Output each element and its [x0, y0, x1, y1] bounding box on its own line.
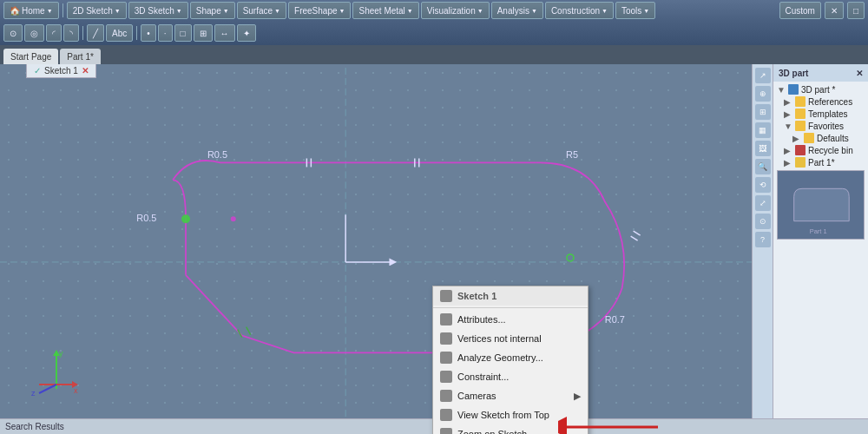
right-panel-content: ▼ 3D part * ▶ References ▶ Templates [773, 82, 868, 434]
svg-point-7 [181, 214, 190, 223]
tool-line[interactable]: ╱ [87, 24, 104, 42]
viewtop-icon [440, 409, 452, 421]
toolbar-row2: ⊙ ◎ ◜ ◝ ╱ Abc • · □ ⊞ ↔ ✦ [0, 21, 868, 45]
search-results-label: Search Results [5, 422, 64, 431]
tool-circle[interactable]: ⊙ [3, 24, 23, 42]
home-btn[interactable]: 🏠 Home ▼ [3, 2, 59, 19]
tree-references[interactable]: ▶ References [775, 95, 866, 108]
menu-constraint[interactable]: Constraint... [433, 367, 588, 386]
side-tool-9[interactable]: ⊙ [755, 214, 771, 229]
expand-defaults: ▶ [792, 134, 801, 143]
red-arrow-indicator [558, 414, 662, 434]
expand-recyclebin: ▶ [784, 146, 792, 155]
tool-arc[interactable]: ◜ [46, 24, 62, 42]
icon-recyclebin [795, 145, 806, 155]
custom-btn[interactable]: Custom [779, 2, 821, 19]
menu-header: Sketch 1 [433, 286, 588, 306]
tabbar: Start Page Part 1* [0, 45, 868, 64]
tree-recyclebin[interactable]: ▶ Recycle bin [775, 144, 866, 156]
sep1 [62, 3, 63, 17]
expand-3dpart: ▼ [777, 85, 786, 95]
tool-snap[interactable]: ⊞ [194, 24, 213, 42]
surface-btn[interactable]: Surface ▼ [237, 2, 286, 19]
label-references: References [808, 97, 852, 107]
tree-part1[interactable]: ▶ Part 1* [775, 156, 866, 168]
tools-btn[interactable]: Tools ▼ [615, 2, 655, 19]
expand-favorites: ▼ [784, 122, 792, 131]
tree-defaults[interactable]: ▶ Defaults [775, 132, 866, 144]
sheetmetal-btn[interactable]: Sheet Metal ▼ [352, 2, 418, 19]
construction-btn[interactable]: Construction ▼ [545, 2, 614, 19]
sketch-icon [440, 290, 452, 302]
cameras-icon [440, 390, 452, 402]
side-tool-1[interactable]: ↗ [755, 68, 771, 83]
tab-startpage[interactable]: Start Page [3, 49, 58, 64]
tool-dot[interactable]: • [141, 24, 156, 42]
svg-text:Part 1: Part 1 [810, 227, 827, 235]
right-panel-close[interactable]: ✕ [856, 69, 863, 78]
toolbar-row1: 🏠 Home ▼ 2D Sketch ▼ 3D Sketch ▼ Shape ▼… [0, 0, 868, 21]
vertices-icon [440, 332, 452, 345]
tool-rect[interactable]: □ [174, 24, 192, 42]
toolbar: 🏠 Home ▼ 2D Sketch ▼ 3D Sketch ▼ Shape ▼… [0, 0, 868, 45]
menu-title: Sketch 1 [457, 291, 496, 301]
label-recyclebin: Recycle bin [808, 146, 853, 155]
menu-analyze[interactable]: Analyze Geometry... [433, 348, 588, 367]
right-panel-header: 3D part ✕ [773, 64, 868, 82]
label-templates: Templates [808, 109, 848, 119]
side-tool-8[interactable]: ⤢ [755, 195, 771, 211]
sep2 [82, 26, 83, 40]
svg-text:R0.7: R0.7 [605, 314, 625, 325]
tool-dim[interactable]: ↔ [214, 24, 235, 42]
3dsketch-btn[interactable]: 3D Sketch ▼ [128, 2, 188, 19]
side-tool-10[interactable]: ? [755, 232, 771, 247]
tool-dot2[interactable]: · [158, 24, 173, 42]
part-thumbnail: Part 1 [777, 170, 865, 240]
tool-misc[interactable]: ✦ [237, 24, 256, 42]
tree-favorites[interactable]: ▼ Favorites [775, 120, 866, 132]
shape-btn[interactable]: Shape ▼ [190, 2, 235, 19]
tree-3dpart[interactable]: ▼ 3D part * [775, 83, 866, 95]
side-tool-6[interactable]: 🔍 [755, 159, 771, 174]
svg-line-14 [634, 231, 641, 235]
side-tool-5[interactable]: 🖼 [755, 141, 771, 156]
menu-sep1 [433, 307, 588, 308]
label-part1: Part 1* [808, 158, 835, 168]
icon-part1 [795, 157, 806, 168]
sketch-svg: R0.5 R5 R0.5 5 R0.7 [0, 64, 752, 434]
svg-text:R0.5: R0.5 [207, 149, 227, 160]
side-tool-4[interactable]: ▦ [755, 122, 771, 138]
maximize-btn[interactable]: □ [847, 2, 865, 19]
right-panel-title: 3D part [779, 69, 808, 78]
svg-line-16 [238, 330, 242, 338]
attributes-icon [440, 313, 452, 326]
menu-attributes[interactable]: Attributes... [433, 310, 588, 329]
tool-circle2[interactable]: ◎ [24, 24, 44, 42]
svg-text:z: z [31, 389, 36, 398]
icon-3dpart [788, 84, 799, 95]
svg-point-15 [567, 254, 574, 261]
canvas-area[interactable]: ✓ Sketch 1 ✕ R0.5 R5 [0, 64, 752, 434]
right-panel: 3D part ✕ ▼ 3D part * ▶ References [773, 64, 868, 434]
side-tool-2[interactable]: ⊕ [755, 86, 771, 102]
svg-text:x: x [74, 386, 78, 395]
label-defaults: Defaults [817, 134, 849, 143]
visualization-btn[interactable]: Visualization ▼ [421, 2, 490, 19]
side-tool-7[interactable]: ⟲ [755, 177, 771, 193]
menu-vertices[interactable]: Vertices not internal [433, 329, 588, 348]
constraint-icon [440, 371, 452, 383]
tab-part1[interactable]: Part 1* [60, 49, 101, 64]
analysis-btn[interactable]: Analysis ▼ [491, 2, 543, 19]
tool-text[interactable]: Abc [106, 24, 133, 42]
side-tool-3[interactable]: ⊞ [755, 104, 771, 120]
2dsketch-btn[interactable]: 2D Sketch ▼ [67, 2, 127, 19]
svg-text:R0.5: R0.5 [136, 213, 156, 223]
close-window-btn[interactable]: ✕ [825, 2, 844, 19]
label-favorites: Favorites [808, 122, 844, 131]
cameras-arrow: ▶ [574, 391, 581, 402]
expand-templates: ▶ [784, 109, 792, 119]
tree-templates[interactable]: ▶ Templates [775, 108, 866, 120]
freeshape-btn[interactable]: FreeShape ▼ [288, 2, 351, 19]
menu-cameras[interactable]: Cameras ▶ [433, 386, 588, 405]
tool-arc2[interactable]: ◝ [63, 24, 79, 42]
